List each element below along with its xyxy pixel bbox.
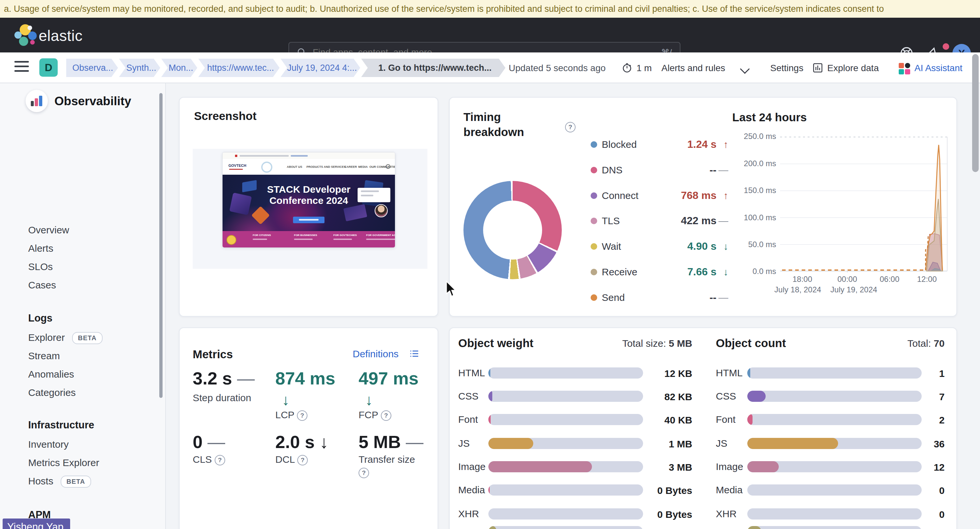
site-nav-item: CAREER bbox=[344, 165, 357, 168]
sidebar-item-anomalies[interactable]: Anomalies bbox=[28, 369, 74, 380]
stopwatch-icon bbox=[621, 62, 633, 73]
sidebar-item-inventory[interactable]: Inventory bbox=[28, 439, 68, 450]
kibana-window: a. Usage of service/system may be monito… bbox=[0, 0, 980, 529]
last24-chart bbox=[780, 137, 948, 272]
y-axis-tick: 250.0 ms bbox=[727, 132, 776, 141]
x-axis-date: July 18, 2024 bbox=[775, 285, 821, 294]
bar-track bbox=[747, 414, 922, 425]
site-logo: GOVTECH bbox=[228, 164, 246, 167]
legend-dot bbox=[590, 243, 597, 250]
breadcrumb-url[interactable]: https://www.tec... bbox=[198, 59, 280, 77]
help-icon[interactable]: ? bbox=[297, 455, 308, 465]
bar-fill bbox=[488, 367, 490, 378]
bar-fill bbox=[747, 526, 761, 529]
breadcrumb-run-date[interactable]: July 19, 2024 4:... bbox=[280, 59, 360, 77]
ai-assistant-icon bbox=[899, 63, 910, 75]
legend-row-blocked: Blocked 1.24 s ↑ bbox=[590, 138, 728, 151]
updated-status: Updated 5 seconds ago bbox=[509, 63, 606, 73]
sidebar-navigation: Observability Overview Alerts SLOs Cases… bbox=[0, 83, 166, 529]
object-panel: Object weight Total size: 5 MB HTML 12 K… bbox=[449, 327, 957, 529]
explore-data-button[interactable]: Explore data bbox=[827, 63, 879, 73]
bar-track bbox=[747, 461, 922, 472]
beta-badge: BETA bbox=[60, 476, 91, 488]
screenshot-backdrop: GOVTECH ABOUT US PRODUCTS AND SERVICES C… bbox=[193, 149, 427, 269]
sidebar-scrollbar[interactable] bbox=[159, 93, 162, 398]
bar-track bbox=[488, 438, 643, 449]
menu-icon[interactable] bbox=[14, 60, 29, 73]
breadcrumb-synthetics[interactable]: Synth... bbox=[119, 59, 160, 77]
bar-fill bbox=[747, 391, 766, 402]
bar-track bbox=[747, 508, 922, 519]
presenter-name-tag: Yisheng Yap bbox=[3, 518, 70, 529]
metric-step-duration: 3.2 s — bbox=[193, 368, 255, 388]
alerts-and-rules-menu[interactable]: Alerts and rules bbox=[662, 63, 725, 73]
x-axis-tick: 00:00 bbox=[837, 275, 857, 284]
bar-track bbox=[488, 414, 643, 425]
footer-column: FOR GOVTECHIES bbox=[333, 234, 357, 240]
legend-row-send: Send -- — bbox=[590, 291, 728, 305]
sidebar-item-hosts[interactable]: HostsBETA bbox=[28, 476, 91, 488]
mouse-cursor bbox=[445, 281, 458, 299]
bar-track bbox=[488, 485, 643, 496]
ai-assistant-button[interactable]: AI Assistant bbox=[915, 63, 962, 73]
breadcrumb-current-step: 1. Go to https://www.tech... bbox=[361, 59, 505, 77]
space-badge[interactable]: D bbox=[39, 58, 58, 77]
sidebar-item-metrics-explorer[interactable]: Metrics Explorer bbox=[28, 457, 99, 469]
chevron-down-icon bbox=[740, 64, 750, 74]
trend-flat-icon: — bbox=[718, 292, 728, 303]
explore-data-icon bbox=[812, 62, 823, 73]
sidebar-item-categories[interactable]: Categories bbox=[28, 387, 76, 398]
metrics-panel: Metrics Definitions 3.2 s — Step duratio… bbox=[179, 327, 438, 529]
metric-lcp: 874 ms bbox=[275, 368, 335, 388]
sidebar-item-alerts[interactable]: Alerts bbox=[28, 243, 53, 254]
help-icon[interactable]: ? bbox=[381, 410, 391, 421]
step-screenshot-image[interactable]: GOVTECH ABOUT US PRODUCTS AND SERVICES C… bbox=[222, 152, 395, 248]
legend-dot bbox=[590, 192, 597, 199]
metric-transfer-size: 5 MB — bbox=[359, 432, 423, 452]
panel-title: Metrics bbox=[193, 348, 233, 361]
site-chat-widget bbox=[358, 188, 390, 202]
help-icon[interactable]: ? bbox=[215, 455, 225, 465]
site-chat-avatar bbox=[375, 204, 388, 217]
legend-dot bbox=[590, 167, 597, 173]
bar-track bbox=[488, 526, 643, 529]
legend-row-dns: DNS -- — bbox=[590, 164, 728, 177]
bar-fill bbox=[488, 485, 490, 496]
help-icon[interactable]: ? bbox=[297, 410, 307, 421]
site-search-icon bbox=[386, 164, 390, 169]
window-scrollbar[interactable] bbox=[972, 54, 979, 172]
object-weight-title: Object weight bbox=[458, 337, 533, 350]
sidebar-item-label: Explorer bbox=[28, 332, 65, 343]
sidebar-item-cases[interactable]: Cases bbox=[28, 280, 56, 291]
settings-button[interactable]: Settings bbox=[770, 63, 803, 73]
bar-track bbox=[488, 508, 643, 519]
site-nav-item: ABOUT US bbox=[287, 165, 302, 168]
elastic-logo-icon[interactable] bbox=[14, 24, 37, 46]
brand-name: elastic bbox=[39, 27, 83, 44]
object-count-title: Object count bbox=[716, 337, 786, 350]
legend-dot bbox=[590, 141, 597, 148]
breadcrumb-monitor[interactable]: Mon... bbox=[161, 59, 197, 77]
top-navigation-bar: elastic ⌘/ Y bbox=[0, 18, 980, 52]
definitions-link[interactable]: Definitions bbox=[353, 348, 399, 359]
bar-track bbox=[747, 438, 922, 449]
site-nav-item: OUR COMMUNITIES bbox=[369, 165, 395, 168]
sidebar-item-overview[interactable]: Overview bbox=[28, 224, 69, 236]
help-icon[interactable]: ? bbox=[359, 468, 369, 478]
sidebar-item-explorer[interactable]: ExplorerBETA bbox=[28, 332, 103, 344]
panel-title: Screenshot bbox=[194, 110, 257, 122]
sidebar-item-stream[interactable]: Stream bbox=[28, 350, 60, 362]
bar-fill bbox=[488, 414, 491, 425]
object-count-total: Total: 70 bbox=[846, 338, 945, 349]
y-axis-tick: 100.0 ms bbox=[727, 213, 776, 222]
help-icon[interactable]: ? bbox=[565, 122, 576, 132]
metric-label: FCP ? bbox=[359, 409, 391, 421]
site-notice-bar bbox=[223, 153, 395, 159]
breadcrumb-observability[interactable]: Observa... bbox=[66, 59, 118, 77]
legend-row-receive: Receive 7.66 s ↓ bbox=[590, 266, 728, 279]
legend-row-tls: TLS 422 ms — bbox=[590, 215, 728, 228]
y-axis-tick: 200.0 ms bbox=[727, 159, 776, 168]
observability-icon bbox=[25, 90, 48, 112]
x-axis-tick: 12:00 bbox=[917, 275, 937, 284]
sidebar-item-slos[interactable]: SLOs bbox=[28, 261, 53, 272]
